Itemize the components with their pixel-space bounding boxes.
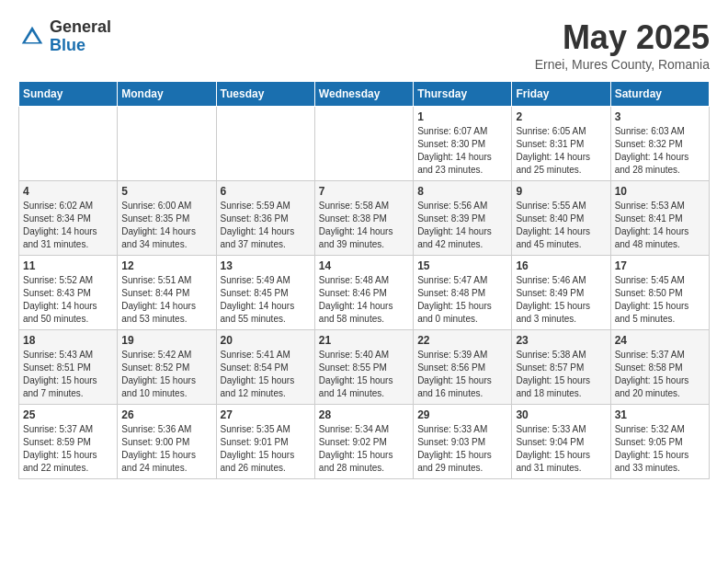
calendar-cell: 5Sunrise: 6:00 AM Sunset: 8:35 PM Daylig… [118,181,216,256]
calendar-cell: 9Sunrise: 5:55 AM Sunset: 8:40 PM Daylig… [512,181,610,256]
day-number: 4 [23,185,113,198]
day-info: Sunrise: 5:45 AM Sunset: 8:50 PM Dayligh… [615,274,705,326]
calendar-cell: 16Sunrise: 5:46 AM Sunset: 8:49 PM Dayli… [512,256,610,330]
day-number: 25 [23,408,113,421]
day-info: Sunrise: 5:40 AM Sunset: 8:55 PM Dayligh… [319,349,409,400]
day-info: Sunrise: 5:46 AM Sunset: 8:49 PM Dayligh… [516,274,606,326]
day-number: 5 [121,185,211,198]
calendar-week-row: 4Sunrise: 6:02 AM Sunset: 8:34 PM Daylig… [19,181,710,256]
day-info: Sunrise: 6:07 AM Sunset: 8:30 PM Dayligh… [417,125,507,177]
day-info: Sunrise: 5:35 AM Sunset: 9:01 PM Dayligh… [221,423,311,475]
logo-blue-text: Blue [50,36,85,54]
day-info: Sunrise: 5:52 AM Sunset: 8:43 PM Dayligh… [23,274,113,326]
calendar-table: SundayMondayTuesdayWednesdayThursdayFrid… [18,81,710,479]
day-header-wednesday: Wednesday [314,82,413,107]
calendar-cell: 18Sunrise: 5:43 AM Sunset: 8:51 PM Dayli… [19,330,118,405]
logo-general-text: General [50,17,111,36]
day-number: 14 [319,259,409,272]
day-info: Sunrise: 5:51 AM Sunset: 8:44 PM Dayligh… [121,274,211,326]
calendar-cell: 21Sunrise: 5:40 AM Sunset: 8:55 PM Dayli… [314,330,413,405]
calendar-cell: 8Sunrise: 5:56 AM Sunset: 8:39 PM Daylig… [414,181,512,256]
calendar-week-row: 18Sunrise: 5:43 AM Sunset: 8:51 PM Dayli… [19,330,710,405]
day-number: 12 [121,259,211,272]
calendar-cell: 4Sunrise: 6:02 AM Sunset: 8:34 PM Daylig… [19,181,118,256]
day-number: 10 [615,185,705,198]
location-subtitle: Ernei, Mures County, Romania [535,57,710,72]
day-header-saturday: Saturday [610,82,709,107]
day-info: Sunrise: 5:42 AM Sunset: 8:52 PM Dayligh… [121,349,211,400]
day-number: 28 [319,408,409,421]
calendar-cell: 30Sunrise: 5:33 AM Sunset: 9:04 PM Dayli… [512,405,610,479]
day-number: 9 [516,185,606,198]
calendar-cell [216,107,314,181]
day-header-monday: Monday [118,82,216,107]
day-info: Sunrise: 5:37 AM Sunset: 8:59 PM Dayligh… [23,423,113,475]
calendar-cell: 23Sunrise: 5:38 AM Sunset: 8:57 PM Dayli… [512,330,610,405]
day-info: Sunrise: 5:53 AM Sunset: 8:41 PM Dayligh… [615,200,705,251]
day-info: Sunrise: 5:58 AM Sunset: 8:38 PM Dayligh… [319,200,409,251]
day-info: Sunrise: 6:02 AM Sunset: 8:34 PM Dayligh… [23,200,113,251]
day-number: 6 [221,185,311,198]
day-number: 13 [221,259,311,272]
day-number: 31 [615,408,705,421]
calendar-cell [314,107,413,181]
day-info: Sunrise: 6:03 AM Sunset: 8:32 PM Dayligh… [615,125,705,177]
calendar-cell: 24Sunrise: 5:37 AM Sunset: 8:58 PM Dayli… [610,330,709,405]
calendar-cell: 31Sunrise: 5:32 AM Sunset: 9:05 PM Dayli… [610,405,709,479]
calendar-week-row: 11Sunrise: 5:52 AM Sunset: 8:43 PM Dayli… [19,256,710,330]
day-number: 19 [121,334,211,347]
day-info: Sunrise: 5:34 AM Sunset: 9:02 PM Dayligh… [319,423,409,475]
day-number: 27 [221,408,311,421]
calendar-cell: 28Sunrise: 5:34 AM Sunset: 9:02 PM Dayli… [314,405,413,479]
day-info: Sunrise: 5:49 AM Sunset: 8:45 PM Dayligh… [221,274,311,326]
day-number: 11 [23,259,113,272]
calendar-cell: 6Sunrise: 5:59 AM Sunset: 8:36 PM Daylig… [216,181,314,256]
day-number: 30 [516,408,606,421]
day-info: Sunrise: 5:39 AM Sunset: 8:56 PM Dayligh… [417,349,507,400]
day-info: Sunrise: 5:33 AM Sunset: 9:04 PM Dayligh… [516,423,606,475]
day-number: 1 [417,110,507,123]
day-info: Sunrise: 5:41 AM Sunset: 8:54 PM Dayligh… [221,349,311,400]
day-info: Sunrise: 5:55 AM Sunset: 8:40 PM Dayligh… [516,200,606,251]
calendar-cell: 25Sunrise: 5:37 AM Sunset: 8:59 PM Dayli… [19,405,118,479]
calendar-cell: 13Sunrise: 5:49 AM Sunset: 8:45 PM Dayli… [216,256,314,330]
day-number: 26 [121,408,211,421]
day-info: Sunrise: 5:33 AM Sunset: 9:03 PM Dayligh… [417,423,507,475]
day-info: Sunrise: 5:36 AM Sunset: 9:00 PM Dayligh… [121,423,211,475]
calendar-cell: 14Sunrise: 5:48 AM Sunset: 8:46 PM Dayli… [314,256,413,330]
day-info: Sunrise: 6:00 AM Sunset: 8:35 PM Dayligh… [121,200,211,251]
calendar-week-row: 1Sunrise: 6:07 AM Sunset: 8:30 PM Daylig… [19,107,710,181]
calendar-cell: 15Sunrise: 5:47 AM Sunset: 8:48 PM Dayli… [414,256,512,330]
calendar-header-row: SundayMondayTuesdayWednesdayThursdayFrid… [19,82,710,107]
day-header-thursday: Thursday [414,82,512,107]
calendar-cell: 3Sunrise: 6:03 AM Sunset: 8:32 PM Daylig… [610,107,709,181]
calendar-cell: 1Sunrise: 6:07 AM Sunset: 8:30 PM Daylig… [414,107,512,181]
day-number: 15 [417,259,507,272]
day-info: Sunrise: 5:59 AM Sunset: 8:36 PM Dayligh… [221,200,311,251]
day-number: 8 [417,185,507,198]
day-header-tuesday: Tuesday [216,82,314,107]
month-title: May 2025 [535,18,710,57]
day-number: 22 [417,334,507,347]
day-number: 24 [615,334,705,347]
calendar-week-row: 25Sunrise: 5:37 AM Sunset: 8:59 PM Dayli… [19,405,710,479]
calendar-cell: 17Sunrise: 5:45 AM Sunset: 8:50 PM Dayli… [610,256,709,330]
page-header: General Blue May 2025 Ernei, Mures Count… [18,18,710,72]
calendar-cell [118,107,216,181]
day-number: 3 [615,110,705,123]
day-number: 18 [23,334,113,347]
calendar-cell: 27Sunrise: 5:35 AM Sunset: 9:01 PM Dayli… [216,405,314,479]
day-info: Sunrise: 5:32 AM Sunset: 9:05 PM Dayligh… [615,423,705,475]
day-info: Sunrise: 5:37 AM Sunset: 8:58 PM Dayligh… [615,349,705,400]
title-block: May 2025 Ernei, Mures County, Romania [535,18,710,72]
calendar-cell: 7Sunrise: 5:58 AM Sunset: 8:38 PM Daylig… [314,181,413,256]
day-number: 17 [615,259,705,272]
logo-icon [18,23,46,51]
day-info: Sunrise: 5:38 AM Sunset: 8:57 PM Dayligh… [516,349,606,400]
calendar-cell: 12Sunrise: 5:51 AM Sunset: 8:44 PM Dayli… [118,256,216,330]
calendar-cell: 11Sunrise: 5:52 AM Sunset: 8:43 PM Dayli… [19,256,118,330]
calendar-cell: 20Sunrise: 5:41 AM Sunset: 8:54 PM Dayli… [216,330,314,405]
calendar-cell: 2Sunrise: 6:05 AM Sunset: 8:31 PM Daylig… [512,107,610,181]
day-number: 16 [516,259,606,272]
calendar-cell: 10Sunrise: 5:53 AM Sunset: 8:41 PM Dayli… [610,181,709,256]
